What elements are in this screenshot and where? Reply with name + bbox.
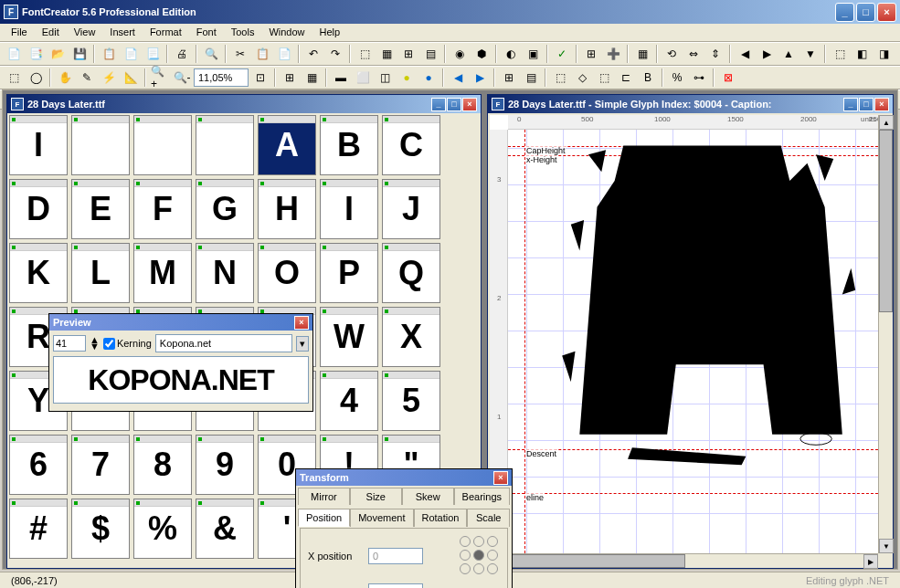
- tab-movement[interactable]: Movement: [350, 509, 413, 527]
- glyph-cell[interactable]: M: [133, 243, 192, 303]
- menu-font[interactable]: Font: [189, 24, 224, 41]
- redo-icon[interactable]: ↷: [325, 44, 345, 64]
- zoom-out-icon[interactable]: 🔍-: [172, 68, 192, 88]
- glyph-cell[interactable]: &: [196, 499, 254, 559]
- glyph-cell[interactable]: P: [320, 243, 378, 303]
- glyph-cell[interactable]: 8: [133, 435, 192, 495]
- tab-rotation[interactable]: Rotation: [414, 509, 468, 527]
- cut-icon[interactable]: ✂: [230, 44, 250, 64]
- nav-next-icon[interactable]: ▶: [757, 44, 777, 64]
- tab-scale[interactable]: Scale: [467, 509, 510, 527]
- tool-d-icon[interactable]: ▤: [420, 44, 440, 64]
- select-rect-icon[interactable]: ⬚: [4, 68, 24, 88]
- scroll-right-icon[interactable]: ▶: [863, 554, 878, 569]
- grid2-icon[interactable]: ▦: [302, 68, 322, 88]
- circle-blue-icon[interactable]: ●: [418, 68, 439, 88]
- tool-i-icon[interactable]: ⬚: [830, 44, 850, 64]
- preview-font-combo[interactable]: [155, 334, 292, 352]
- tool-f-icon[interactable]: ⬢: [471, 44, 492, 64]
- menu-edit[interactable]: Edit: [35, 24, 67, 41]
- combo-dropdown-icon[interactable]: ▾: [296, 336, 309, 352]
- glyph-cell[interactable]: L: [71, 243, 130, 303]
- glyph-cell[interactable]: 5: [382, 371, 440, 431]
- glyph-cell[interactable]: 7: [71, 435, 130, 495]
- stroke-icon[interactable]: ⬜: [353, 68, 373, 88]
- tab-size[interactable]: Size: [350, 488, 402, 505]
- bearing2-icon[interactable]: B: [638, 68, 658, 88]
- editor-window-close[interactable]: ×: [874, 98, 889, 111]
- circle-yellow-icon[interactable]: ●: [397, 68, 417, 88]
- tab-mirror[interactable]: Mirror: [298, 488, 350, 505]
- save-icon[interactable]: 💾: [69, 44, 90, 64]
- direction-icon[interactable]: ⬚: [594, 68, 614, 88]
- transform-close[interactable]: ×: [493, 471, 508, 485]
- anchor-br[interactable]: [487, 563, 498, 574]
- editor-scrollbar-v[interactable]: ▲ ▼: [878, 115, 893, 553]
- tool-g-icon[interactable]: ◐: [501, 44, 521, 64]
- glyph-cell[interactable]: I: [9, 115, 68, 175]
- paste2-icon[interactable]: 📄: [274, 44, 294, 64]
- new-icon[interactable]: 📄: [4, 44, 24, 64]
- point-icon[interactable]: ◇: [572, 68, 592, 88]
- tool-j-icon[interactable]: ◧: [852, 44, 872, 64]
- glyph-cell[interactable]: 9: [196, 435, 254, 495]
- minimize-button[interactable]: _: [835, 3, 854, 22]
- fill-icon[interactable]: ▬: [331, 68, 351, 88]
- check-icon[interactable]: ✓: [552, 44, 572, 64]
- glyph-cell[interactable]: $: [71, 499, 130, 559]
- connect-icon[interactable]: ⊶: [689, 68, 709, 88]
- guides-icon[interactable]: ▤: [521, 68, 541, 88]
- measure-icon[interactable]: 📐: [121, 68, 141, 88]
- scroll-up-icon[interactable]: ▲: [879, 115, 894, 130]
- nav-down-icon[interactable]: ▼: [800, 44, 821, 64]
- glyph-cell[interactable]: W: [320, 307, 378, 367]
- layer-icon[interactable]: ▦: [632, 44, 652, 64]
- tool-a-icon[interactable]: ⬚: [355, 44, 375, 64]
- glyph-cell[interactable]: Q: [382, 243, 440, 303]
- anchor-tr[interactable]: [487, 536, 498, 547]
- kerning-checkbox[interactable]: Kerning: [103, 338, 152, 350]
- select-lasso-icon[interactable]: ◯: [26, 68, 46, 88]
- paste-icon[interactable]: 📄: [121, 44, 141, 64]
- tab-skew[interactable]: Skew: [402, 488, 454, 505]
- nav-prev-icon[interactable]: ◀: [735, 44, 755, 64]
- glyph-cell[interactable]: [71, 115, 130, 175]
- glyph-cell[interactable]: H: [258, 179, 316, 239]
- tool-e-icon[interactable]: ◉: [450, 44, 470, 64]
- glyph-cell[interactable]: E: [71, 179, 130, 239]
- tab-bearings[interactable]: Bearings: [454, 488, 510, 505]
- glyph-cell[interactable]: #: [9, 499, 68, 559]
- print-icon[interactable]: 🖨: [172, 44, 192, 64]
- close-button[interactable]: ×: [877, 3, 896, 22]
- tool-c-icon[interactable]: ⊞: [398, 44, 418, 64]
- editor-window-titlebar[interactable]: F 28 Days Later.ttf - Simple Glyph Index…: [488, 95, 893, 113]
- glyph-window-titlebar[interactable]: F 28 Days Later.ttf _ □ ×: [7, 95, 481, 113]
- tool-h-icon[interactable]: ▣: [523, 44, 543, 64]
- copy-icon[interactable]: 📋: [99, 44, 119, 64]
- glyph-cell[interactable]: [196, 115, 254, 175]
- editor-window-maximize[interactable]: □: [859, 98, 874, 111]
- glyph-cell[interactable]: %: [133, 499, 192, 559]
- anchor-bl[interactable]: [460, 563, 471, 574]
- tool-k-icon[interactable]: ◨: [874, 44, 894, 64]
- grid3-icon[interactable]: ⊞: [499, 68, 519, 88]
- contour-icon[interactable]: ⬚: [550, 68, 570, 88]
- editor-canvas[interactable]: 0 500 1000 1500 2000 2500 units 3 2 1 0: [490, 115, 878, 553]
- anchor-grid[interactable]: [460, 536, 500, 576]
- glyph-window-maximize[interactable]: □: [447, 98, 461, 111]
- glyph-cell[interactable]: K: [9, 243, 68, 303]
- undo-icon[interactable]: ↶: [303, 44, 323, 64]
- glyph-cell[interactable]: 4: [320, 371, 378, 431]
- maximize-button[interactable]: □: [856, 3, 875, 22]
- glyph-cell[interactable]: J: [382, 179, 440, 239]
- new-font-icon[interactable]: 📑: [26, 44, 46, 64]
- menu-file[interactable]: File: [4, 24, 35, 41]
- editor-scrollbar-h[interactable]: ◀ ▶: [488, 553, 878, 568]
- preview-titlebar[interactable]: Preview ×: [49, 314, 312, 331]
- flip-h-icon[interactable]: ⇔: [683, 44, 704, 64]
- glyph-cell[interactable]: 6: [9, 435, 68, 495]
- find-icon[interactable]: 🔍: [201, 44, 221, 64]
- editor-window-minimize[interactable]: _: [843, 98, 858, 111]
- menu-format[interactable]: Format: [143, 24, 189, 41]
- y-position-input[interactable]: [368, 583, 423, 588]
